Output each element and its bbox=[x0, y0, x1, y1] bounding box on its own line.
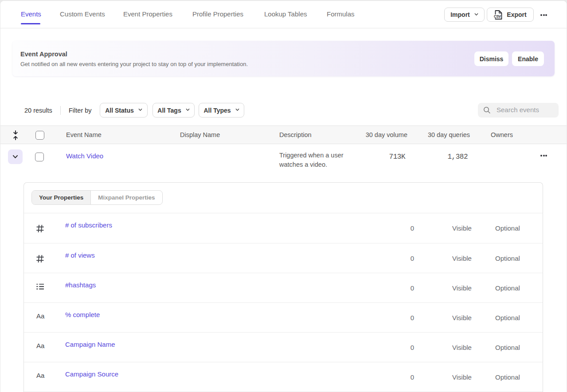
svg-text:CSV: CSV bbox=[494, 15, 501, 19]
